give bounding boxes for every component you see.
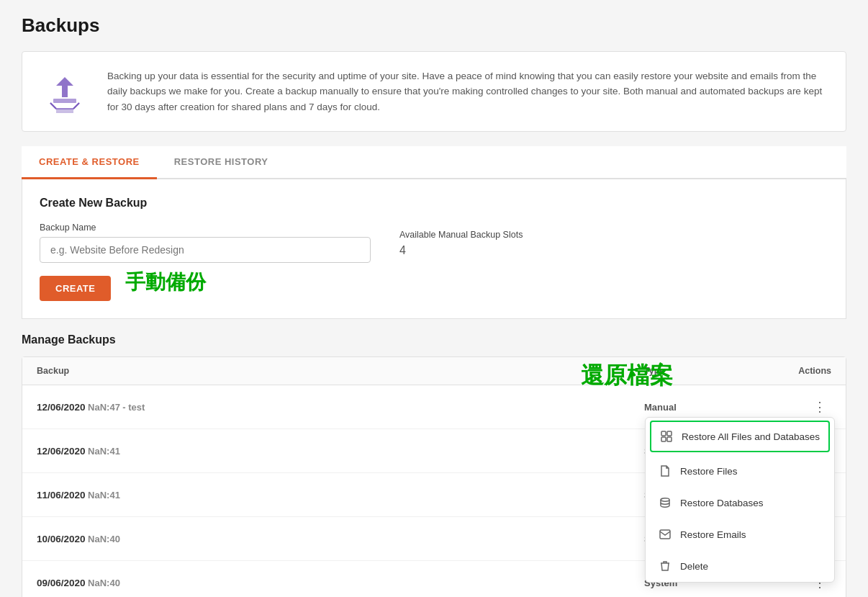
svg-line-2 <box>73 103 79 109</box>
manage-section: Manage Backups Backup Type 還原檔案 Actions … <box>22 333 846 597</box>
create-button[interactable]: CREATE <box>40 276 111 301</box>
backup-date-4: 10/06/2020 <box>37 534 86 544</box>
backup-date-5: 09/06/2020 <box>37 578 86 588</box>
dropdown-item-restore-emails[interactable]: Restore Emails <box>646 519 834 550</box>
svg-rect-8 <box>660 530 670 539</box>
grid-icon <box>660 430 673 443</box>
slots-group: Available Manual Backup Slots 4 <box>399 230 523 263</box>
backup-type-1: Manual <box>644 402 759 413</box>
svg-point-7 <box>661 498 669 501</box>
svg-line-1 <box>50 103 56 109</box>
info-card: Backing up your data is essential for th… <box>22 51 846 132</box>
col-header-actions: Actions <box>759 366 831 376</box>
file-icon <box>659 464 672 477</box>
svg-rect-0 <box>53 99 76 103</box>
backup-time-5: NaN:40 <box>88 578 120 588</box>
slots-label: Available Manual Backup Slots <box>399 230 523 240</box>
row-backup-1: 12/06/2020 NaN:47 - test <box>37 402 644 413</box>
backup-name-group: Backup Name <box>40 223 371 263</box>
create-section-title: Create New Backup <box>40 197 828 210</box>
chinese-manual-backup-label: 手動備份 <box>125 269 206 296</box>
col-header-backup: Backup <box>37 366 644 376</box>
dropdown-item-restore-databases[interactable]: Restore Databases <box>646 487 834 519</box>
svg-rect-4 <box>667 431 672 436</box>
chinese-restore-files-label: 還原檔案 <box>581 360 673 392</box>
tabs: CREATE & RESTORE RESTORE HISTORY <box>22 146 846 179</box>
dropdown-item-delete[interactable]: Delete <box>646 550 834 582</box>
page: Backups Backing up your data is essentia… <box>0 0 868 597</box>
row-backup-3: 11/06/2020 NaN:41 <box>37 490 644 501</box>
info-text: Backing up your data is essential for th… <box>107 68 828 115</box>
create-form-row: Backup Name Available Manual Backup Slot… <box>40 223 828 263</box>
dropdown-label-restore-files: Restore Files <box>680 466 738 477</box>
backup-name-label: Backup Name <box>40 223 371 233</box>
table-row: 12/06/2020 NaN:47 - test Manual ⋮ Restor… <box>22 385 846 429</box>
svg-rect-6 <box>667 437 672 441</box>
actions-cell-1: ⋮ <box>759 395 831 418</box>
tab-create-restore[interactable]: CREATE & RESTORE <box>22 146 157 179</box>
trash-icon <box>659 560 672 573</box>
actions-dropdown: Restore All Files and Databases Restore … <box>645 417 835 583</box>
backup-date-3: 11/06/2020 <box>37 490 86 501</box>
row-backup-4: 10/06/2020 NaN:40 <box>37 534 644 544</box>
svg-rect-5 <box>661 437 666 441</box>
tab-restore-history[interactable]: RESTORE HISTORY <box>157 146 286 179</box>
table-header: Backup Type 還原檔案 Actions <box>22 357 846 385</box>
backup-time-1: NaN:47 <box>88 402 120 413</box>
actions-button-1[interactable]: ⋮ <box>808 395 831 418</box>
dropdown-label-restore-databases: Restore Databases <box>680 498 764 508</box>
row-backup-2: 12/06/2020 NaN:41 <box>37 446 644 457</box>
backup-time-4: NaN:40 <box>88 534 120 544</box>
backup-icon <box>40 66 90 117</box>
dropdown-item-restore-files[interactable]: Restore Files <box>646 455 834 487</box>
dropdown-label-delete: Delete <box>680 561 708 572</box>
row-backup-5: 09/06/2020 NaN:40 <box>37 578 644 588</box>
email-icon <box>659 528 672 541</box>
slots-value: 4 <box>399 244 523 263</box>
dropdown-label-restore-all: Restore All Files and Databases <box>682 431 820 442</box>
backup-date-1: 12/06/2020 <box>37 402 86 413</box>
database-icon <box>659 496 672 509</box>
backups-table: Backup Type 還原檔案 Actions 12/06/2020 NaN:… <box>22 356 846 597</box>
dropdown-item-restore-all[interactable]: Restore All Files and Databases <box>650 421 830 452</box>
backup-time-3: NaN:41 <box>88 490 120 501</box>
svg-rect-3 <box>661 431 666 436</box>
page-title: Backups <box>22 14 846 37</box>
backup-name-input[interactable] <box>40 237 371 263</box>
backup-name-1: - test <box>122 402 145 413</box>
dropdown-label-restore-emails: Restore Emails <box>680 529 746 540</box>
manage-title: Manage Backups <box>22 333 846 346</box>
backup-date-2: 12/06/2020 <box>37 446 86 457</box>
backup-time-2: NaN:41 <box>88 446 120 457</box>
